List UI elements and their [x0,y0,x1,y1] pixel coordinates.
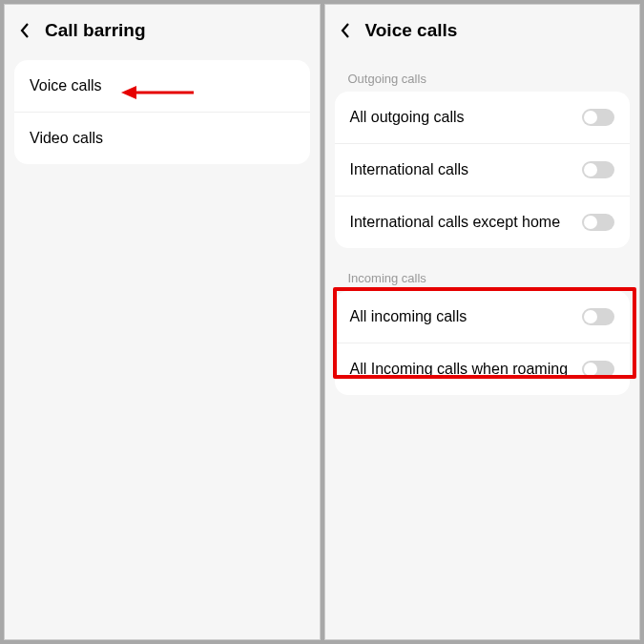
list-item-international-except-home[interactable]: International calls except home [335,197,631,248]
list-item-international[interactable]: International calls [335,144,631,197]
list-item-label: Voice calls [30,77,295,94]
screen-call-barring: Call barring Voice calls Video calls [4,4,321,640]
incoming-card: All incoming calls All Incoming calls wh… [335,291,631,395]
toggle[interactable] [582,161,614,178]
back-icon[interactable] [18,24,31,37]
page-title: Call barring [45,20,146,41]
options-card: Voice calls Video calls [14,60,310,164]
list-item-label: Video calls [30,130,295,147]
header: Call barring [5,5,320,54]
toggle[interactable] [582,361,614,378]
toggle[interactable] [582,214,614,231]
list-item-voice-calls[interactable]: Voice calls [14,60,310,113]
toggle[interactable] [582,109,614,126]
header: Voice calls [325,5,640,54]
outgoing-card: All outgoing calls International calls I… [335,92,631,248]
list-item-label: International calls except home [350,214,583,231]
list-item-all-incoming[interactable]: All incoming calls [335,291,631,343]
back-icon[interactable] [339,24,352,37]
section-label-incoming: Incoming calls [325,254,640,291]
toggle[interactable] [582,308,614,325]
list-item-label: All Incoming calls when roaming [350,361,583,378]
list-item-label: All incoming calls [350,308,583,325]
section-label-outgoing: Outgoing calls [325,54,640,92]
list-item-label: All outgoing calls [350,109,583,126]
list-item-label: International calls [350,161,583,178]
page-title: Voice calls [365,20,458,41]
list-item-all-outgoing[interactable]: All outgoing calls [335,92,631,144]
list-item-incoming-roaming[interactable]: All Incoming calls when roaming [335,343,631,395]
screen-voice-calls: Voice calls Outgoing calls All outgoing … [324,4,641,640]
list-item-video-calls[interactable]: Video calls [14,113,310,164]
